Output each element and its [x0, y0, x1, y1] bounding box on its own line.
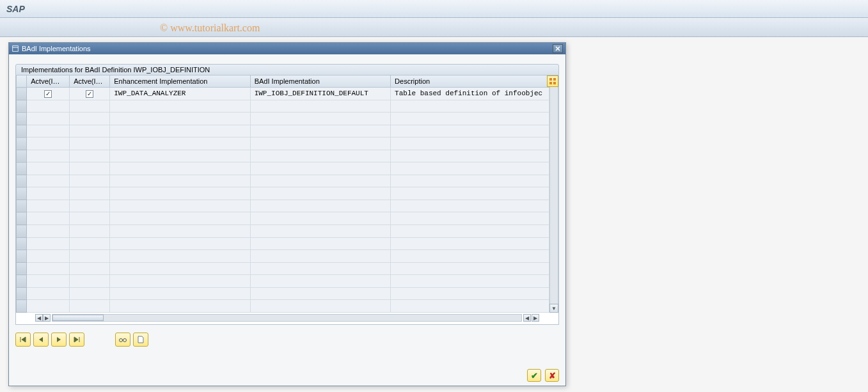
cell-active-img[interactable] — [27, 212, 70, 225]
cell-active-im[interactable] — [70, 162, 110, 175]
cell-enhancement-implementation[interactable] — [110, 162, 250, 175]
vscroll-track[interactable] — [549, 84, 558, 304]
cell-badi-implementation[interactable] — [250, 175, 390, 187]
table-row[interactable] — [17, 212, 549, 225]
cell-description[interactable] — [391, 212, 549, 225]
cell-badi-implementation[interactable] — [250, 200, 390, 212]
cell-enhancement-implementation[interactable] — [110, 100, 250, 113]
nav-prev-button[interactable] — [33, 333, 49, 347]
table-row[interactable] — [17, 200, 549, 212]
table-row[interactable] — [17, 100, 549, 113]
cell-active-im[interactable] — [70, 125, 110, 137]
cell-active-img[interactable] — [27, 175, 70, 187]
cell-active-im[interactable] — [70, 250, 110, 263]
row-selector[interactable] — [17, 125, 27, 137]
cell-enhancement-implementation[interactable] — [110, 250, 250, 263]
nav-first-button[interactable] — [15, 333, 31, 347]
row-selector[interactable] — [17, 300, 27, 313]
cell-badi-implementation[interactable] — [250, 300, 390, 313]
cell-badi-implementation[interactable] — [250, 113, 390, 125]
scroll-down-arrow-icon[interactable]: ▼ — [549, 304, 558, 313]
table-row[interactable] — [17, 262, 549, 275]
vertical-scrollbar[interactable]: ▲ ▼ — [549, 75, 558, 313]
cell-badi-implementation[interactable]: IWP_IOBJ_DEFINITION_DEFAULT — [250, 88, 390, 100]
cell-active-im[interactable] — [70, 237, 110, 250]
row-selector[interactable] — [17, 262, 27, 275]
scroll-right-end-icon[interactable]: ▶ — [532, 314, 539, 322]
cell-active-img[interactable] — [27, 113, 70, 125]
cell-description[interactable] — [391, 113, 549, 125]
cell-enhancement-implementation[interactable] — [110, 200, 250, 212]
ok-button[interactable]: ✔ — [527, 369, 541, 382]
cell-badi-implementation[interactable] — [250, 125, 390, 137]
cell-badi-implementation[interactable] — [250, 237, 390, 250]
cell-description[interactable] — [391, 100, 549, 113]
scroll-left-end-icon[interactable]: ◀ — [523, 314, 531, 322]
col-active-im[interactable]: Actve(Im... — [70, 75, 110, 88]
cell-active-im[interactable] — [70, 113, 110, 125]
row-selector[interactable] — [17, 175, 27, 187]
cell-enhancement-implementation[interactable] — [110, 113, 250, 125]
table-row[interactable] — [17, 175, 549, 187]
cell-enhancement-implementation[interactable] — [110, 237, 250, 250]
row-selector[interactable] — [17, 100, 27, 113]
cell-active-img[interactable] — [27, 125, 70, 137]
cell-active-img[interactable] — [27, 225, 70, 238]
close-button[interactable] — [553, 44, 563, 53]
cell-enhancement-implementation[interactable] — [110, 150, 250, 162]
table-row[interactable] — [17, 287, 549, 300]
cell-active-im[interactable] — [70, 300, 110, 313]
row-selector[interactable] — [17, 200, 27, 212]
cell-description[interactable] — [391, 237, 549, 250]
cancel-button[interactable]: ✘ — [545, 369, 559, 382]
cell-active-im[interactable] — [70, 200, 110, 212]
cell-badi-implementation[interactable] — [250, 250, 390, 263]
cell-badi-implementation[interactable] — [250, 150, 390, 162]
table-config-button[interactable] — [547, 75, 558, 87]
cell-description[interactable] — [391, 287, 549, 300]
cell-active-img[interactable] — [27, 88, 70, 100]
cell-badi-implementation[interactable] — [250, 162, 390, 175]
cell-active-img[interactable] — [27, 150, 70, 162]
table-row[interactable]: IWP_DATA_ANALYZERIWP_IOBJ_DEFINITION_DEF… — [17, 88, 549, 100]
col-active-img[interactable]: Actve(IMG) — [27, 75, 70, 88]
col-rowselect[interactable] — [17, 75, 27, 88]
cell-active-img[interactable] — [27, 275, 70, 288]
cell-description[interactable] — [391, 300, 549, 313]
cell-badi-implementation[interactable] — [250, 275, 390, 288]
cell-active-img[interactable] — [27, 287, 70, 300]
nav-next-button[interactable] — [51, 333, 67, 347]
cell-enhancement-implementation[interactable] — [110, 212, 250, 225]
cell-active-im[interactable] — [70, 175, 110, 187]
dialog-titlebar[interactable]: BAdI Implementations — [9, 43, 565, 54]
row-selector[interactable] — [17, 137, 27, 150]
row-selector[interactable] — [17, 162, 27, 175]
row-selector[interactable] — [17, 88, 27, 100]
row-selector[interactable] — [17, 150, 27, 162]
table-row[interactable] — [17, 125, 549, 137]
cell-description[interactable]: Table based definition of infoobjec — [391, 88, 549, 100]
hscroll-thumb[interactable] — [52, 315, 104, 321]
cell-description[interactable] — [391, 175, 549, 187]
hscroll-track[interactable] — [52, 314, 522, 322]
cell-active-im[interactable] — [70, 100, 110, 113]
table-row[interactable] — [17, 250, 549, 263]
row-selector[interactable] — [17, 237, 27, 250]
table-row[interactable] — [17, 300, 549, 313]
cell-active-img[interactable] — [27, 262, 70, 275]
display-change-button[interactable] — [115, 333, 130, 347]
row-selector[interactable] — [17, 113, 27, 125]
cell-active-img[interactable] — [27, 237, 70, 250]
cell-active-im[interactable] — [70, 225, 110, 238]
col-badi-implementation[interactable]: BAdI Implementation — [250, 75, 390, 88]
cell-description[interactable] — [391, 200, 549, 212]
cell-active-img[interactable] — [27, 200, 70, 212]
row-selector[interactable] — [17, 225, 27, 238]
cell-badi-implementation[interactable] — [250, 262, 390, 275]
cell-active-im[interactable] — [70, 88, 110, 100]
cell-active-img[interactable] — [27, 300, 70, 313]
cell-enhancement-implementation[interactable]: IWP_DATA_ANALYZER — [110, 88, 250, 100]
horizontal-scrollbar[interactable]: ◀ ▶ ◀ ▶ — [16, 313, 558, 323]
cell-badi-implementation[interactable] — [250, 187, 390, 200]
col-description[interactable]: Description — [391, 75, 549, 88]
